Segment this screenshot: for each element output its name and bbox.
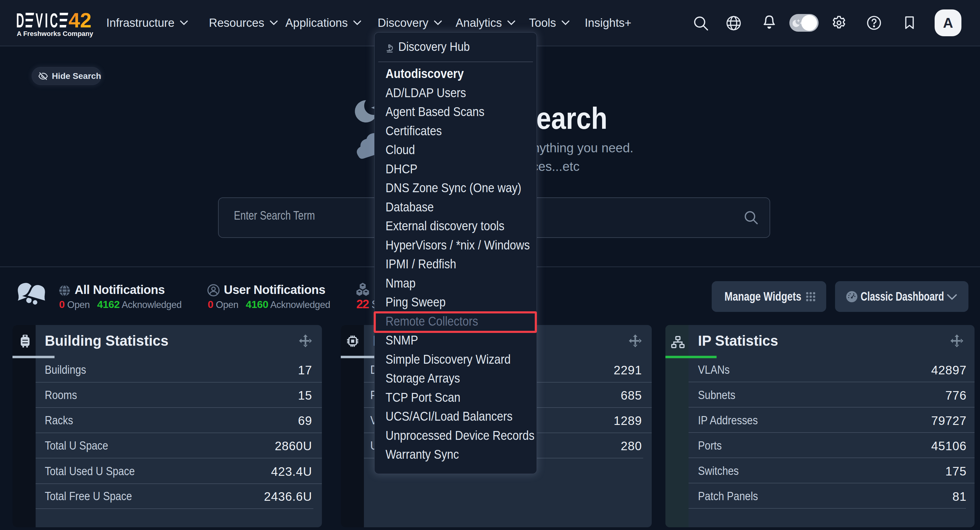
svg-text:A Freshworks Company: A Freshworks Company: [17, 30, 94, 37]
svg-text:VIC: VIC: [36, 13, 60, 32]
svg-text:42: 42: [68, 13, 92, 32]
svg-text:D: D: [16, 13, 24, 32]
